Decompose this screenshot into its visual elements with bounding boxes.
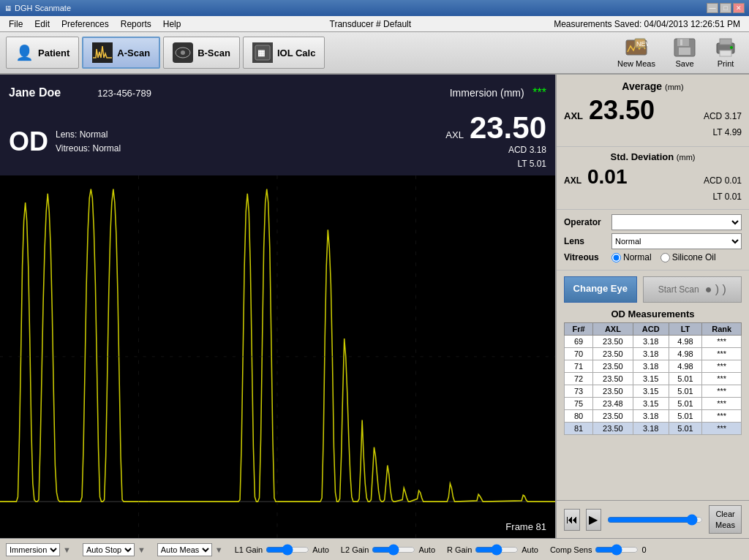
patient-button[interactable]: 👤 Patient xyxy=(6,37,79,69)
restore-button[interactable]: □ xyxy=(720,3,731,13)
svg-rect-9 xyxy=(679,48,690,55)
save-button[interactable]: Save xyxy=(667,34,702,71)
clear-meas-button[interactable]: Clear Meas xyxy=(709,505,742,534)
bscan-label: B-Scan xyxy=(197,48,230,58)
menu-help[interactable]: Help xyxy=(157,18,187,31)
comp-sens-group: Comp Sens 0 xyxy=(550,545,647,555)
menu-reports[interactable]: Reports xyxy=(115,18,157,31)
playback-section: ⏮ ▶ Clear Meas xyxy=(557,500,749,538)
toolbar: 👤 Patient A-Scan B-Scan ▦ IOL Calc NEW N… xyxy=(0,32,749,75)
save-label: Save xyxy=(675,59,693,68)
table-row[interactable]: 8123.503.185.01*** xyxy=(565,423,742,435)
frame-label: Frame 81 xyxy=(505,521,546,532)
measurements-section: OD Measurements Fr# AXL ACD LT Rank 6923… xyxy=(557,309,749,500)
table-row[interactable]: 6923.503.184.98*** xyxy=(565,336,742,348)
std-dev-title: Std. Deviation (mm) xyxy=(564,151,742,162)
vitreous-row: Vitreous Normal Silicone Oil xyxy=(564,252,742,262)
col-axl: AXL xyxy=(593,323,633,336)
waveform-svg xyxy=(0,175,555,538)
auto-stop-select[interactable]: Auto Stop xyxy=(83,543,135,556)
std-dev-row: AXL 0.01 ACD 0.01 LT 0.01 xyxy=(564,165,742,205)
menu-preferences[interactable]: Preferences xyxy=(56,18,115,31)
iolcalc-button[interactable]: ▦ IOL Calc xyxy=(243,37,325,69)
play-button[interactable]: ▶ xyxy=(586,509,602,531)
table-row[interactable]: 7223.503.155.01*** xyxy=(565,373,742,385)
col-lt: LT xyxy=(669,323,701,336)
form-section: Operator Lens NormalAphakicPseudophakic … xyxy=(557,210,749,270)
ascan-label: A-Scan xyxy=(117,48,150,58)
auto-meas-group: Auto Meas ▼ xyxy=(157,543,223,556)
change-eye-button[interactable]: Change Eye xyxy=(564,276,637,303)
axl-display: AXL 23.50 ACD 3.18 LT 5.01 xyxy=(445,113,546,171)
table-row[interactable]: 7323.503.155.01*** xyxy=(565,385,742,398)
l2-gain-value: Auto xyxy=(418,545,435,554)
svg-text:NEW: NEW xyxy=(636,40,648,48)
iolcalc-icon: ▦ xyxy=(252,42,273,63)
first-frame-button[interactable]: ⏮ xyxy=(564,509,580,531)
mode-select[interactable]: Immersion xyxy=(6,543,60,556)
operator-row: Operator xyxy=(564,214,742,230)
auto-stop-group: Auto Stop ▼ xyxy=(83,543,146,556)
svg-rect-8 xyxy=(677,39,689,46)
menu-file[interactable]: File xyxy=(3,18,29,31)
table-row[interactable]: 7523.483.155.01*** xyxy=(565,398,742,410)
newmeas-button[interactable]: NEW New Meas xyxy=(611,34,661,71)
vitreous-radio-group: Normal Silicone Oil xyxy=(611,252,716,262)
save-icon xyxy=(673,37,696,58)
std-right: ACD 0.01 LT 0.01 xyxy=(704,173,742,205)
vitreous-silicone-radio[interactable] xyxy=(660,253,670,262)
frame-scrollbar[interactable] xyxy=(607,515,703,525)
transducer-info: Transducer # Default xyxy=(187,19,554,29)
l1-gain-slider[interactable] xyxy=(266,545,309,555)
avg-axl-label: AXL xyxy=(564,110,583,121)
r-gain-label: R Gain xyxy=(447,545,472,554)
average-row: AXL 23.50 ACD 3.17 LT 4.99 xyxy=(564,95,742,140)
operator-select[interactable] xyxy=(611,214,742,230)
newmeas-icon: NEW xyxy=(625,37,648,58)
r-gain-slider[interactable] xyxy=(475,545,519,555)
bscan-button[interactable]: B-Scan xyxy=(163,37,240,69)
comp-sens-slider[interactable] xyxy=(595,545,639,555)
close-button[interactable]: ✕ xyxy=(733,3,745,13)
scan-header: Jane Doe 123-456-789 Immersion (mm) *** xyxy=(0,75,555,111)
l1-gain-label: L1 Gain xyxy=(235,545,263,554)
quality-stars: *** xyxy=(532,86,546,99)
vitreous-silicone-option[interactable]: Silicone Oil xyxy=(660,252,716,262)
title-bar: 🖥 DGH Scanmate — □ ✕ xyxy=(0,0,749,16)
lens-select[interactable]: NormalAphakicPseudophakic PMMAPseudophak… xyxy=(611,233,742,249)
ascan-button[interactable]: A-Scan xyxy=(82,37,160,69)
scan-panel: Jane Doe 123-456-789 Immersion (mm) *** … xyxy=(0,75,555,538)
svg-text:▦: ▦ xyxy=(257,48,265,57)
lens-form-label: Lens xyxy=(564,236,611,246)
table-row[interactable]: 7023.503.184.98*** xyxy=(565,348,742,360)
col-fr: Fr# xyxy=(565,323,593,336)
menu-edit[interactable]: Edit xyxy=(29,18,56,31)
std-axl-label: AXL xyxy=(564,175,581,186)
table-row[interactable]: 8023.503.185.01*** xyxy=(565,410,742,423)
std-dev-section: Std. Deviation (mm) AXL 0.01 ACD 0.01 LT… xyxy=(557,147,749,210)
svg-rect-10 xyxy=(680,39,682,45)
print-icon xyxy=(714,37,737,58)
patient-name: Jane Doe xyxy=(9,86,61,99)
l2-gain-label: L2 Gain xyxy=(341,545,369,554)
vitreous-normal-radio[interactable] xyxy=(611,253,621,262)
l2-gain-group: L2 Gain Auto xyxy=(341,545,435,555)
l2-gain-slider[interactable] xyxy=(372,545,415,555)
table-header-row: Fr# AXL ACD LT Rank xyxy=(565,323,742,336)
l1-gain-value: Auto xyxy=(312,545,329,554)
waveform-area: Frame 81 xyxy=(0,175,555,538)
comp-sens-value: 0 xyxy=(641,545,646,554)
lens-row: Lens NormalAphakicPseudophakic PMMAPseud… xyxy=(564,233,742,249)
svg-rect-12 xyxy=(720,39,731,45)
table-row[interactable]: 7123.503.184.98*** xyxy=(565,360,742,373)
vitreous-normal-option[interactable]: Normal xyxy=(611,252,652,262)
operator-label: Operator xyxy=(564,217,611,227)
axl-value: 23.50 xyxy=(470,113,546,143)
auto-meas-select[interactable]: Auto Meas xyxy=(157,543,212,556)
newmeas-label: New Meas xyxy=(617,59,655,68)
minimize-button[interactable]: — xyxy=(707,3,718,13)
r-gain-group: R Gain Auto xyxy=(447,545,538,555)
iolcalc-label: IOL Calc xyxy=(277,48,316,58)
start-scan-icon: ● ) ) xyxy=(705,283,726,296)
print-button[interactable]: Print xyxy=(708,34,743,71)
